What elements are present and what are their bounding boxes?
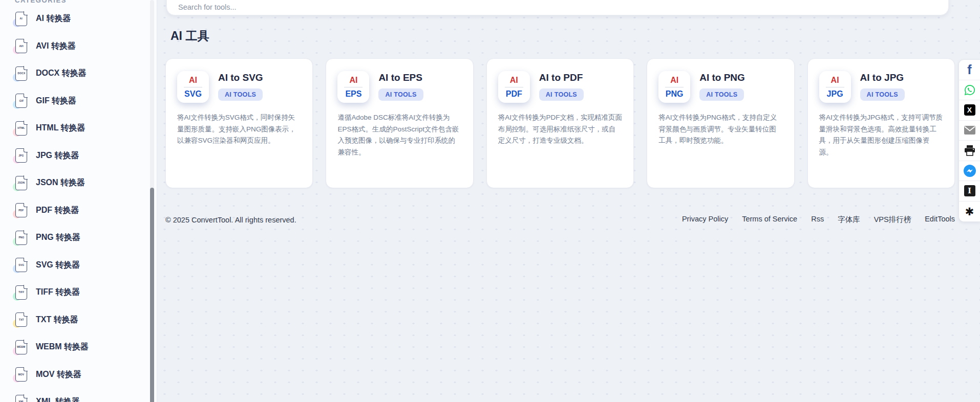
file-type-icon: TIFF <box>14 285 29 300</box>
tool-card-ai-to-png[interactable]: AI PNG AI to PNG AI TOOLS 将AI文件转换为PNG格式，… <box>647 58 794 188</box>
sidebar-item-label: SVG 转换器 <box>36 260 80 271</box>
instapaper-icon: I <box>964 185 975 196</box>
document-icon: PDF <box>15 203 27 217</box>
tool-card-ai-to-svg[interactable]: AI SVG AI to SVG AI TOOLS 将AI文件转换为SVG格式，… <box>165 58 313 188</box>
document-icon: XML <box>15 395 27 402</box>
card-category-badge: AI TOOLS <box>699 88 744 101</box>
tile-divider <box>665 87 684 87</box>
document-icon: WEBM <box>15 340 27 354</box>
tile-divider <box>826 87 844 87</box>
messenger-share-button[interactable] <box>959 161 980 182</box>
footer-link[interactable]: Privacy Policy <box>682 215 728 225</box>
content: AI 工具 AI SVG AI to SVG AI TOOLS 将AI文件转换为… <box>158 0 955 225</box>
whatsapp-share-button[interactable] <box>959 80 980 101</box>
conversion-tile-icon: AI JPG <box>819 71 851 103</box>
sidebar-item-docx[interactable]: DOCX DOCX 转换器 <box>0 60 157 87</box>
document-icon: AI <box>15 12 27 26</box>
footer-link[interactable]: VPS排行榜 <box>874 215 911 225</box>
copyright-text: © 2025 ConvertTool. All rights reserved. <box>165 216 296 224</box>
sidebar-item-tiff[interactable]: TIFF TIFF 转换器 <box>0 279 157 306</box>
sidebar-item-label: PDF 转换器 <box>36 205 79 216</box>
conversion-tile-icon: AI PDF <box>498 71 530 103</box>
card-description: 将AI文件转换为JPG格式，支持可调节质量滑块和背景色选项。高效批量转换工具，用… <box>819 112 943 159</box>
file-type-icon: JPG <box>14 148 29 163</box>
sidebar-item-gif[interactable]: GIF GIF 转换器 <box>0 87 157 115</box>
sidebar-item-label: AVI 转换器 <box>36 41 76 52</box>
tool-card-ai-to-eps[interactable]: AI EPS AI to EPS AI TOOLS 遵循Adobe DSC标准将… <box>326 58 473 188</box>
file-type-icon: MOV <box>14 367 29 382</box>
sidebar-item-label: TXT 转换器 <box>36 315 78 325</box>
sidebar-item-label: AI 转换器 <box>36 13 71 24</box>
sidebar-item-webm[interactable]: WEBM WEBM 转换器 <box>0 333 157 361</box>
footer-link[interactable]: EditTools <box>925 215 955 225</box>
card-title: AI to EPS <box>378 72 423 83</box>
x-twitter-share-button[interactable]: X <box>959 100 980 121</box>
document-icon: TXT <box>15 312 27 327</box>
sidebar-item-jpg[interactable]: JPG JPG 转换器 <box>0 142 157 170</box>
facebook-icon: f <box>967 63 971 76</box>
card-title: AI to PDF <box>539 72 584 83</box>
sidebar-item-label: MOV 转换器 <box>36 369 81 380</box>
printer-icon <box>964 145 975 156</box>
sidebar-item-label: DOCX 转换器 <box>36 68 87 79</box>
document-icon: JSON <box>15 176 27 190</box>
sidebar-item-ai[interactable]: AI AI 转换器 <box>0 5 157 33</box>
instapaper-share-button[interactable]: I <box>959 181 980 202</box>
categories-sidebar: CATEGORIES AI AI 转换器 AVI AVI 转换器 DOCX DO… <box>0 0 157 402</box>
main-area: AI 工具 AI SVG AI to SVG AI TOOLS 将AI文件转换为… <box>158 0 980 402</box>
facebook-share-button[interactable]: f <box>959 60 980 80</box>
sidebar-item-label: GIF 转换器 <box>36 96 76 106</box>
footer-links: Privacy Policy Terms of Service Rss 字体库 … <box>682 215 955 225</box>
sidebar-scrollbar-thumb[interactable] <box>150 188 154 402</box>
card-description: 遵循Adobe DSC标准将AI文件转换为EPS格式。生成的PostScript… <box>337 112 461 159</box>
sidebar-item-label: TIFF 转换器 <box>36 287 80 298</box>
footer-link[interactable]: 字体库 <box>838 215 860 225</box>
sidebar-item-pdf[interactable]: PDF PDF 转换器 <box>0 197 157 225</box>
email-icon <box>964 126 975 135</box>
sidebar-item-json[interactable]: JSON JSON 转换器 <box>0 169 157 197</box>
page-title: AI 工具 <box>171 29 955 43</box>
sidebar-item-mov[interactable]: MOV MOV 转换器 <box>0 361 157 389</box>
footer: © 2025 ConvertTool. All rights reserved.… <box>165 215 955 225</box>
tool-card-ai-to-pdf[interactable]: AI PDF AI to PDF AI TOOLS 将AI文件转换为PDF文档，… <box>486 58 634 188</box>
sidebar-item-xml[interactable]: XML XML 转换器 <box>0 388 157 402</box>
tool-card-ai-to-jpg[interactable]: AI JPG AI to JPG AI TOOLS 将AI文件转换为JPG格式，… <box>807 58 955 188</box>
sidebar-item-avi[interactable]: AVI AVI 转换器 <box>0 33 157 60</box>
document-icon: SVG <box>15 258 27 272</box>
card-category-badge: AI TOOLS <box>218 88 263 101</box>
footer-link[interactable]: Rss <box>811 215 824 225</box>
sidebar-item-label: JSON 转换器 <box>36 177 85 188</box>
sidebar-item-txt[interactable]: TXT TXT 转换器 <box>0 306 157 334</box>
file-type-icon: AVI <box>14 38 29 54</box>
file-type-icon: GIF <box>14 93 29 108</box>
more-share-button[interactable]: ✱ <box>959 202 980 222</box>
file-type-icon: WEBM <box>14 340 29 355</box>
sidebar-item-svg[interactable]: SVG SVG 转换器 <box>0 252 157 279</box>
file-type-icon: HTML <box>14 121 29 136</box>
sidebar-item-html[interactable]: HTML HTML 转换器 <box>0 115 157 142</box>
document-icon: DOCX <box>15 66 27 81</box>
document-icon: JPG <box>15 148 27 163</box>
x-twitter-icon: X <box>964 104 975 116</box>
conversion-tile-icon: AI SVG <box>177 71 209 103</box>
card-title: AI to JPG <box>860 72 905 83</box>
card-title: AI to SVG <box>218 72 263 83</box>
sidebar-item-label: PNG 转换器 <box>36 232 80 243</box>
document-icon: GIF <box>15 94 27 108</box>
email-share-button[interactable] <box>959 121 980 141</box>
file-type-icon: PNG <box>14 230 29 245</box>
conversion-tile-icon: AI PNG <box>658 71 690 103</box>
conversion-tile-icon: AI EPS <box>337 71 369 103</box>
sidebar-heading: CATEGORIES <box>15 0 67 4</box>
whatsapp-icon <box>964 84 976 96</box>
print-share-button[interactable] <box>959 141 980 161</box>
tool-cards-grid: AI SVG AI to SVG AI TOOLS 将AI文件转换为SVG格式，… <box>165 58 955 188</box>
card-category-badge: AI TOOLS <box>539 88 584 101</box>
footer-link[interactable]: Terms of Service <box>742 215 797 225</box>
sidebar-item-png[interactable]: PNG PNG 转换器 <box>0 224 157 252</box>
document-icon: MOV <box>15 367 27 382</box>
card-description: 将AI文件转换为PDF文档，实现精准页面布局控制。可选用标准纸张尺寸，或自定义尺… <box>498 112 622 147</box>
tile-divider <box>505 87 523 87</box>
sidebar-item-label: XML 转换器 <box>36 396 80 402</box>
messenger-icon <box>964 165 976 177</box>
